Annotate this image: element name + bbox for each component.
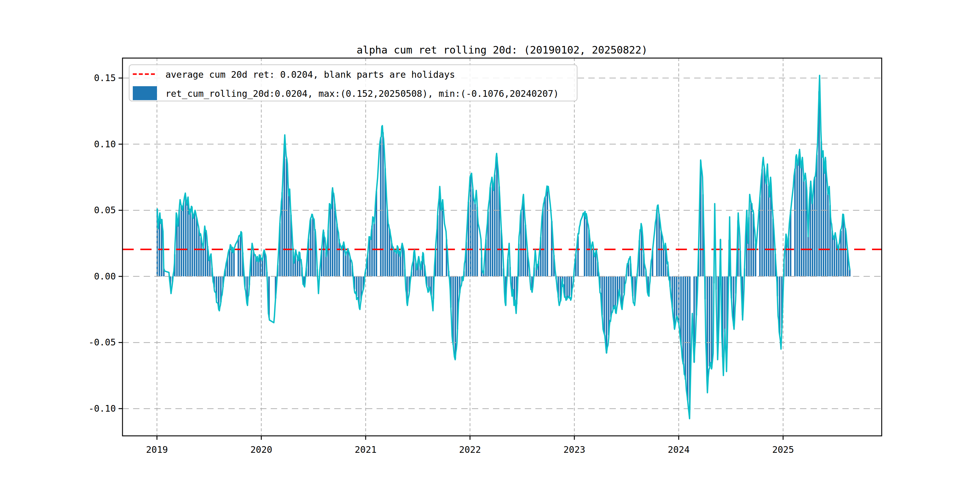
bar [794,169,796,277]
bar [183,203,184,277]
bar [229,249,231,276]
bar [827,193,829,277]
bar [286,159,287,277]
bar [711,277,713,368]
bar [751,203,752,277]
bar [768,186,770,277]
bar [821,142,822,277]
bar [838,247,840,277]
bar [761,169,763,276]
bar [194,213,196,277]
bar [205,230,206,277]
chart-title: alpha cum ret rolling 20d: (20190102, 20… [356,44,648,56]
bar [382,132,384,277]
bar [312,216,313,277]
bar [258,260,259,276]
y-tick-label: 0.05 [94,205,116,215]
bar [198,229,200,277]
y-tick-label: 0.15 [94,73,116,83]
legend: average cum 20d ret: 0.0204, blank parts… [129,65,577,101]
bar [586,217,588,277]
bar [323,232,325,277]
bar [400,254,401,277]
bar [823,158,824,277]
bar [709,277,710,366]
bar [610,277,612,317]
bar [812,199,813,277]
bar [807,237,809,277]
bar [590,249,592,277]
x-axis: 2019202020212022202320242025 [146,436,794,455]
bar [259,256,261,277]
y-tick-label: -0.05 [89,337,116,348]
bar [799,151,800,277]
bar [682,277,684,364]
bar [584,214,585,276]
bar [455,277,456,359]
bar [796,160,798,277]
bar [603,277,605,334]
bar [393,250,395,277]
chart-canvas: 2019202020212022202320242025 0.150.100.0… [0,0,980,490]
bar [191,212,193,277]
bar [496,157,498,277]
x-tick-label: 2020 [250,444,272,455]
bar [345,255,347,277]
bar [441,203,443,277]
bar [369,238,371,277]
x-tick-label: 2022 [459,444,481,455]
bar [474,204,476,276]
bar [181,206,182,277]
bar [814,177,815,277]
bar [615,277,616,309]
bar [238,239,239,277]
bar [685,277,686,380]
bar [203,247,204,277]
bar [253,252,255,277]
x-tick-label: 2019 [146,444,168,455]
bar [492,182,493,276]
y-axis: 0.150.100.050.00-0.05-0.10 [89,73,123,414]
bar [724,277,725,332]
page: { "page": { "background": "#ffffff" }, "… [0,0,980,490]
bar [547,188,548,277]
bar [262,259,263,277]
bar [231,248,232,277]
bar-series-swatch-icon [133,86,157,100]
bar [240,234,241,277]
bar [472,189,474,277]
bar [544,197,546,277]
bar [569,277,570,298]
bar [330,207,331,277]
bar [801,164,802,277]
bar [395,252,397,276]
bar [185,197,187,277]
legend-average-label: average cum 20d ret: 0.0204, blank parts… [165,69,455,80]
x-tick-label: 2023 [563,444,585,455]
bar [391,243,393,277]
bar [676,277,678,316]
figure: 2019202020212022202320242025 0.150.100.0… [0,0,980,490]
bar [189,212,191,277]
legend-series-label: ret_cum_rolling_20d:0.0204, max:(0.152,2… [165,88,558,99]
bar [764,168,765,277]
y-tick-label: -0.10 [89,403,116,414]
x-tick-label: 2021 [355,444,377,455]
y-tick-label: 0.00 [94,271,116,282]
bar [834,236,835,277]
bar [803,178,805,277]
bar [297,259,298,277]
x-tick-label: 2025 [772,444,794,455]
bar [612,277,614,309]
x-tick-label: 2024 [668,444,690,455]
bar [566,277,568,299]
bar [233,250,235,277]
bar [288,195,290,277]
y-tick-label: 0.10 [94,139,116,150]
bar [766,179,767,276]
bars-layer [156,91,851,410]
bar [687,277,689,401]
bar [380,138,382,277]
bar [660,231,662,277]
bar [196,218,197,277]
